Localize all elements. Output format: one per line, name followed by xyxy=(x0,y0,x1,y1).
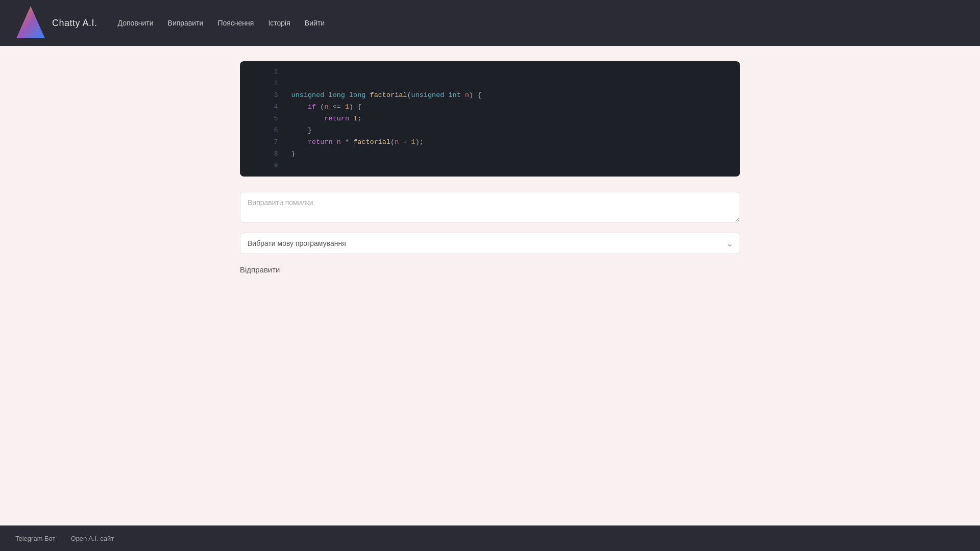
main-nav: Доповнити Виправити Пояснення Історія Ви… xyxy=(118,17,325,29)
line-content: } xyxy=(286,148,740,160)
logo-icon xyxy=(15,5,46,41)
nav-add[interactable]: Доповнити xyxy=(118,17,154,29)
line-content: if (n <= 1) { xyxy=(286,102,740,113)
code-line-9: 9 xyxy=(240,160,740,172)
error-textarea[interactable] xyxy=(240,192,740,222)
logo-title: Chatty A.I. xyxy=(52,18,97,29)
main-content: 1 2 3 unsigned long long factorial(unsig… xyxy=(0,46,980,525)
code-block: 1 2 3 unsigned long long factorial(unsig… xyxy=(240,61,740,177)
line-number: 6 xyxy=(240,125,286,137)
code-line-6: 6 } xyxy=(240,125,740,137)
code-line-3: 3 unsigned long long factorial(unsigned … xyxy=(240,90,740,102)
line-number: 4 xyxy=(240,102,286,113)
language-select[interactable]: Вибрати мову програмування C++ C Python … xyxy=(240,233,740,254)
svg-marker-0 xyxy=(16,6,45,38)
code-line-4: 4 if (n <= 1) { xyxy=(240,102,740,113)
footer-telegram-link[interactable]: Telegram Бот xyxy=(15,535,56,542)
line-content: return 1; xyxy=(286,113,740,125)
line-number: 8 xyxy=(240,148,286,160)
line-content xyxy=(286,160,740,172)
line-number: 1 xyxy=(240,66,286,78)
line-number: 9 xyxy=(240,160,286,172)
nav-fix[interactable]: Виправити xyxy=(168,17,204,29)
line-content: } xyxy=(286,125,740,137)
footer: Telegram Бот Open A.I. сайт xyxy=(0,525,980,551)
footer-openai-link[interactable]: Open A.I. сайт xyxy=(71,535,114,542)
line-number: 5 xyxy=(240,113,286,125)
line-content xyxy=(286,78,740,90)
nav-logout[interactable]: Вийти xyxy=(305,17,325,29)
form-container: Вибрати мову програмування C++ C Python … xyxy=(240,192,740,277)
code-line-7: 7 return n * factorial(n - 1); xyxy=(240,137,740,148)
line-number: 7 xyxy=(240,137,286,148)
header: Chatty A.I. Доповнити Виправити Поясненн… xyxy=(0,0,980,46)
textarea-wrapper xyxy=(240,192,740,224)
nav-history[interactable]: Історія xyxy=(268,17,290,29)
logo-area: Chatty A.I. xyxy=(15,5,97,41)
line-content xyxy=(286,66,740,78)
code-table: 1 2 3 unsigned long long factorial(unsig… xyxy=(240,66,740,171)
submit-button[interactable]: Відправити xyxy=(240,262,740,277)
line-number: 3 xyxy=(240,90,286,102)
code-line-5: 5 return 1; xyxy=(240,113,740,125)
line-content: unsigned long long factorial(unsigned in… xyxy=(286,90,740,102)
code-line-8: 8 } xyxy=(240,148,740,160)
language-select-wrapper: Вибрати мову програмування C++ C Python … xyxy=(240,233,740,254)
line-content: return n * factorial(n - 1); xyxy=(286,137,740,148)
code-line-1: 1 xyxy=(240,66,740,78)
code-line-2: 2 xyxy=(240,78,740,90)
nav-explain[interactable]: Пояснення xyxy=(217,17,254,29)
line-number: 2 xyxy=(240,78,286,90)
